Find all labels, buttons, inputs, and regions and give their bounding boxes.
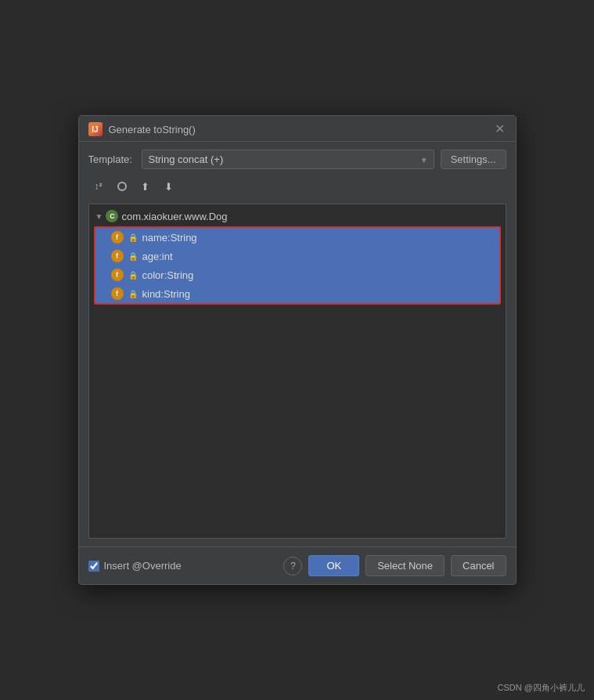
help-button[interactable]: ? [283, 557, 302, 576]
cancel-button[interactable]: Cancel [451, 555, 506, 576]
sort-az-icon: ↕² [95, 181, 103, 192]
generate-tostring-dialog: IJ Generate toString() ✕ Template: Strin… [78, 115, 517, 585]
class-icon: C [106, 210, 118, 222]
field-icon: f [111, 269, 124, 281]
field-name-label: kind:String [142, 288, 190, 300]
field-icon: f [111, 250, 124, 262]
tree-children: f 🔒 name:String f 🔒 age:int f 🔒 color:St… [94, 226, 501, 305]
toolbar-row: ↕² ⬆ ⬇ [88, 175, 506, 197]
ok-button[interactable]: OK [308, 555, 359, 576]
align-top-button[interactable]: ⬆ [135, 177, 156, 196]
title-left: IJ Generate toString() [88, 122, 196, 136]
template-row: Template: String concat (+) StringBuilde… [88, 150, 506, 169]
lock-icon: 🔒 [128, 233, 138, 242]
align-bottom-icon: ⬇ [164, 181, 173, 193]
circle-button[interactable] [112, 177, 132, 196]
align-top-icon: ⬆ [141, 181, 149, 193]
select-none-button[interactable]: Select None [365, 555, 445, 576]
list-item[interactable]: f 🔒 age:int [95, 247, 499, 265]
field-name-label: color:String [142, 269, 194, 281]
title-bar: IJ Generate toString() ✕ [79, 116, 516, 142]
template-select[interactable]: String concat (+) StringBuilder StringBu… [142, 150, 434, 169]
chevron-down-icon: ▼ [95, 212, 103, 221]
override-checkbox-row: Insert @Override [88, 560, 278, 572]
tree-root: ▼ C com.xiaokuer.www.Dog f 🔒 name:String… [89, 204, 506, 309]
footer-buttons: ? OK Select None Cancel [283, 555, 506, 576]
app-icon: IJ [88, 122, 103, 136]
list-item[interactable]: f 🔒 kind:String [95, 284, 499, 303]
sort-az-button[interactable]: ↕² [88, 177, 109, 196]
tree-root-item[interactable]: ▼ C com.xiaokuer.www.Dog [89, 207, 506, 225]
field-icon: f [111, 287, 124, 300]
dialog-title: Generate toString() [109, 124, 196, 135]
template-label: Template: [88, 153, 135, 165]
field-icon: f [111, 231, 124, 244]
lock-icon: 🔒 [128, 252, 138, 261]
root-class-label: com.xiaokuer.www.Dog [121, 211, 227, 222]
dialog-body: Template: String concat (+) StringBuilde… [79, 142, 516, 547]
field-name-label: age:int [142, 251, 173, 262]
align-bottom-button[interactable]: ⬇ [159, 177, 179, 196]
override-checkbox[interactable] [88, 561, 99, 572]
lock-icon: 🔒 [128, 290, 138, 298]
lock-icon: 🔒 [128, 271, 138, 280]
close-button[interactable]: ✕ [493, 123, 506, 135]
field-name-label: name:String [142, 232, 197, 244]
list-item[interactable]: f 🔒 color:String [95, 265, 499, 284]
list-item[interactable]: f 🔒 name:String [95, 228, 499, 247]
watermark: CSDN @四角小裤儿儿 [498, 682, 585, 694]
template-select-wrapper: String concat (+) StringBuilder StringBu… [142, 150, 434, 169]
tree-container: ▼ C com.xiaokuer.www.Dog f 🔒 name:String… [88, 204, 506, 539]
circle-icon [117, 182, 127, 191]
settings-button[interactable]: Settings... [441, 150, 506, 169]
override-label: Insert @Override [104, 560, 182, 572]
dialog-footer: Insert @Override ? OK Select None Cancel [79, 547, 516, 584]
